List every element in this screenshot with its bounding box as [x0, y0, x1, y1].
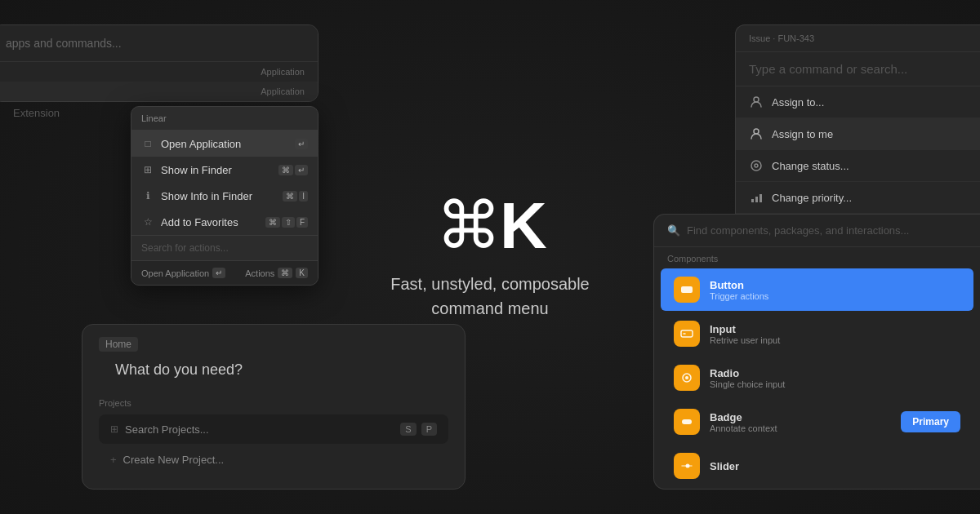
- open-app-icon: □: [141, 137, 154, 150]
- show-finder-label: Show in Finder: [161, 164, 272, 176]
- shortcut-i: I: [299, 191, 308, 202]
- show-finder-icon: ⊞: [141, 163, 154, 176]
- change-status-icon: [749, 158, 764, 173]
- svg-point-2: [751, 161, 761, 171]
- tagline-line2: command menu: [390, 296, 589, 321]
- issue-search[interactable]: Type a command or search...: [736, 52, 980, 86]
- svg-rect-9: [681, 286, 693, 293]
- search-badges: S P: [400, 423, 437, 436]
- radio-component-info: Radio Single choice input: [710, 367, 960, 389]
- submenu-header: Linear: [131, 107, 318, 131]
- footer-open-app: Open Application ↵: [141, 268, 225, 278]
- submenu-item-open-app[interactable]: □ Open Application ↵: [131, 131, 318, 157]
- radio-component-icon: [674, 365, 700, 391]
- input-component-icon: [674, 321, 700, 347]
- change-priority-icon: [749, 190, 764, 205]
- svg-rect-10: [681, 330, 693, 337]
- submenu-item-show-info[interactable]: ℹ Show Info in Finder ⌘ I: [131, 183, 318, 209]
- svg-rect-6: [760, 194, 762, 202]
- home-breadcrumb: Home: [99, 337, 138, 352]
- tagline: Fast, unstyled, composable command menu: [390, 272, 589, 321]
- submenu-panel: Linear □ Open Application ↵ ⊞ Show in Fi…: [131, 106, 318, 286]
- shortcut-cmd-2: ⌘: [283, 191, 297, 202]
- issue-item-assign-to[interactable]: Assign to...: [736, 86, 980, 118]
- group-label-1: Application: [0, 62, 318, 82]
- svg-point-0: [754, 97, 759, 102]
- shortcut-cmd: ⌘: [278, 165, 293, 175]
- projects-search[interactable]: ⊞ Search Projects... S P: [99, 414, 448, 444]
- badge-p: P: [421, 423, 437, 436]
- footer-actions[interactable]: Actions ⌘ K: [245, 268, 308, 278]
- slider-name: Slider: [710, 460, 960, 472]
- show-info-icon: ℹ: [141, 189, 154, 202]
- add-favorites-shortcut: ⌘ ⇧ F: [265, 217, 308, 228]
- badge-name: Badge: [710, 411, 891, 423]
- projects-label: Projects: [82, 392, 465, 411]
- issue-item-change-priority[interactable]: Change priority...: [736, 182, 980, 214]
- shortcut-enter-2: ↵: [295, 165, 308, 175]
- component-item-badge[interactable]: Badge Annotate context Primary: [661, 401, 973, 443]
- create-label: Create New Project...: [123, 454, 225, 466]
- input-component-info: Input Retrive user input: [710, 323, 960, 345]
- nav-item-extension: Extension: [0, 100, 122, 126]
- radio-desc: Single choice input: [710, 379, 960, 389]
- components-search[interactable]: 🔍 Find components, packages, and interac…: [654, 215, 980, 247]
- footer-shortcut-k: K: [296, 268, 308, 278]
- cmd-k-logo: ⌘ K: [390, 193, 589, 259]
- search-icon: ⊞: [110, 423, 118, 435]
- group-label-2: Application: [0, 82, 318, 101]
- shortcut-f: F: [296, 217, 308, 228]
- submenu-item-show-finder[interactable]: ⊞ Show in Finder ⌘ ↵: [131, 157, 318, 183]
- plus-icon: +: [110, 454, 117, 466]
- shortcut-shift: ⇧: [282, 217, 295, 228]
- svg-rect-14: [682, 419, 692, 424]
- shortcut-cmd-3: ⌘: [265, 217, 280, 228]
- change-status-label: Change status...: [772, 160, 849, 172]
- home-panel: Home What do you need? Projects ⊞ Search…: [82, 324, 466, 490]
- svg-rect-5: [755, 197, 758, 202]
- button-name: Button: [710, 279, 960, 291]
- submenu-item-add-favorites[interactable]: ☆ Add to Favorites ⌘ ⇧ F: [131, 209, 318, 235]
- svg-point-3: [755, 164, 758, 167]
- assign-me-label: Assign to me: [772, 128, 833, 140]
- components-panel: 🔍 Find components, packages, and interac…: [653, 214, 980, 490]
- badge-desc: Annotate context: [710, 423, 891, 433]
- component-item-slider[interactable]: Slider: [661, 445, 973, 487]
- search-text: Search Projects...: [125, 423, 394, 436]
- component-item-radio[interactable]: Radio Single choice input: [661, 357, 973, 399]
- svg-rect-4: [751, 199, 754, 202]
- component-item-button[interactable]: Button Trigger actions: [661, 268, 973, 311]
- components-section-label: Components: [654, 247, 980, 267]
- add-favorites-label: Add to Favorites: [161, 216, 259, 228]
- component-item-input[interactable]: Input Retrive user input: [661, 312, 973, 355]
- button-desc: Trigger actions: [710, 291, 960, 301]
- issue-item-assign-me[interactable]: Assign to me: [736, 118, 980, 150]
- svg-point-16: [686, 464, 690, 468]
- cmd-symbol: ⌘: [436, 193, 498, 259]
- assign-to-label: Assign to...: [772, 96, 824, 109]
- home-question: What do you need?: [99, 358, 448, 385]
- show-info-shortcut: ⌘ I: [283, 191, 308, 202]
- radio-name: Radio: [710, 367, 960, 379]
- input-desc: Retrive user input: [710, 335, 960, 345]
- badge-s: S: [400, 423, 416, 436]
- svg-point-1: [754, 129, 759, 134]
- issue-header: Issue · FUN-343: [736, 25, 980, 52]
- search-icon-components: 🔍: [667, 224, 680, 237]
- search-panel: apps and commands... Application Applica…: [0, 24, 318, 102]
- slider-component-info: Slider: [710, 460, 960, 472]
- components-search-text: Find components, packages, and interacti…: [687, 224, 909, 237]
- primary-action-button[interactable]: Primary: [901, 411, 960, 432]
- badge-component-info: Badge Annotate context: [710, 411, 891, 433]
- main-search-input[interactable]: apps and commands...: [0, 25, 318, 62]
- show-info-label: Show Info in Finder: [161, 190, 276, 202]
- open-app-shortcut: ↵: [295, 139, 308, 149]
- submenu-search[interactable]: Search for actions...: [131, 235, 318, 260]
- issue-item-change-status[interactable]: Change status...: [736, 150, 980, 182]
- badge-component-icon: [674, 409, 700, 435]
- home-header: Home What do you need?: [82, 325, 465, 392]
- submenu-footer: Open Application ↵ Actions ⌘ K: [131, 260, 318, 285]
- slider-component-icon: [674, 453, 700, 479]
- add-favorites-icon: ☆: [141, 215, 154, 228]
- create-project-row[interactable]: + Create New Project...: [99, 447, 448, 472]
